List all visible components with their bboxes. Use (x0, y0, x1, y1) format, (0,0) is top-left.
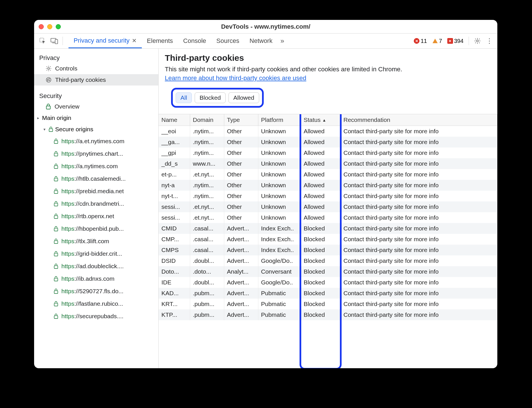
origin-item[interactable]: https://ib.adnxs.com (34, 272, 158, 285)
origin-item[interactable]: https://rtb.openx.net (34, 210, 158, 222)
close-window-button[interactable] (39, 24, 44, 29)
inspect-element-icon[interactable] (39, 38, 46, 44)
table-row[interactable]: CMID.casal...Advert...Index Exch..Blocke… (159, 223, 497, 234)
table-row[interactable]: KAD....pubm...Advert...PubmaticBlockedCo… (159, 288, 497, 299)
cell-type: Advert... (224, 309, 258, 320)
device-toggle-icon[interactable] (51, 38, 58, 44)
minimize-window-button[interactable] (47, 24, 52, 29)
settings-icon[interactable] (474, 38, 481, 44)
origin-item[interactable]: https://securepubads.... (34, 310, 158, 322)
col-header-name[interactable]: Name (159, 114, 190, 126)
table-row[interactable]: nyt-t....nytim...OtherUnknownAllowedCont… (159, 191, 497, 201)
cell-type: Advert... (224, 234, 258, 245)
origin-item[interactable]: https://a.et.nytimes.com (34, 135, 158, 147)
table-row[interactable]: _dd_swww.n...OtherUnknownAllowedContact … (159, 158, 497, 169)
cell-name: KAD... (159, 288, 190, 299)
svg-rect-13 (54, 141, 58, 143)
table-row[interactable]: CMP....casal...Advert...Index Exch..Bloc… (159, 234, 497, 245)
origin-host: ://grid-bidder.crit... (74, 250, 122, 257)
table-row[interactable]: DSID.doubl...Advert...Google/Do..Blocked… (159, 255, 497, 266)
table-row[interactable]: Doto....doto...Analyt...ConversantBlocke… (159, 266, 497, 277)
origin-item[interactable]: https://tlx.3lift.com (34, 235, 158, 247)
tab-console[interactable]: Console (178, 34, 211, 48)
origin-item[interactable]: https://ad.doubleclick.... (34, 260, 158, 272)
origin-host: ://fastlane.rubico... (74, 300, 123, 307)
svg-rect-12 (49, 129, 53, 132)
cell-type: Other (224, 137, 258, 147)
origin-item[interactable]: https://cdn.brandmetri... (34, 197, 158, 210)
sidebar-item-overview[interactable]: Overview (34, 101, 158, 112)
table-row[interactable]: CMPS.casal...Advert...Index Exch..Blocke… (159, 245, 497, 255)
svg-rect-26 (54, 303, 58, 306)
origin-item[interactable]: https://a.nytimes.com (34, 160, 158, 172)
violations-badge[interactable]: ✕ 394 (447, 38, 464, 44)
origin-item[interactable]: https://5290727.fls.do... (34, 285, 158, 297)
errors-count: 11 (421, 38, 427, 44)
origin-item[interactable]: https://pnytimes.chart... (34, 147, 158, 160)
lock-icon (53, 226, 59, 232)
lock-icon (48, 126, 53, 132)
filter-chip-blocked[interactable]: Blocked (195, 92, 226, 103)
close-tab-icon[interactable]: ✕ (132, 37, 137, 44)
cell-type: Advert... (224, 299, 258, 309)
sidebar-item-controls[interactable]: Controls (34, 63, 158, 74)
cell-type: Advert... (224, 223, 258, 234)
origin-item[interactable]: https://prebid.media.net (34, 185, 158, 197)
lock-icon (53, 288, 59, 294)
cell-name: CMID (159, 223, 190, 234)
col-header-platform[interactable]: Platform (258, 114, 301, 126)
svg-rect-14 (54, 153, 58, 156)
table-row[interactable]: sessi....et.nyt...OtherUnknownAllowedCon… (159, 212, 497, 223)
cell-status: Blocked (301, 234, 340, 245)
zoom-window-button[interactable] (56, 24, 61, 29)
cell-type: Other (224, 147, 258, 158)
tab-elements[interactable]: Elements (142, 34, 178, 48)
cell-reco: Contact third-party site for more info (340, 223, 497, 234)
origin-item[interactable]: https://fastlane.rubico... (34, 297, 158, 310)
tab-network[interactable]: Network (244, 34, 278, 48)
filter-chip-all[interactable]: All (176, 92, 192, 103)
learn-more-link[interactable]: Learn more about how third-party cookies… (165, 74, 306, 82)
origin-scheme: https (61, 288, 74, 294)
table-row[interactable]: nyt-a.nytim...OtherUnknownAllowedContact… (159, 180, 497, 191)
cell-platform: Unknown (258, 147, 301, 158)
cell-domain: .pubm... (190, 309, 224, 320)
filter-chip-allowed[interactable]: Allowed (228, 92, 259, 103)
tree-secure-origins[interactable]: ▾ Secure origins (34, 124, 158, 135)
origin-item[interactable]: https://hbopenbid.pub... (34, 222, 158, 235)
tab-sources[interactable]: Sources (211, 34, 244, 48)
more-tabs-button[interactable]: » (278, 34, 287, 48)
table-row[interactable]: KTP....pubm...Advert...PubmaticBlockedCo… (159, 309, 497, 320)
table-row[interactable]: et-p....et.nyt...OtherUnknownAllowedCont… (159, 169, 497, 180)
cell-domain: .pubm... (190, 288, 224, 299)
cell-name: sessi... (159, 201, 190, 212)
table-row[interactable]: __gpi.nytim...OtherUnknownAllowedContact… (159, 147, 497, 158)
cell-name: CMP... (159, 234, 190, 245)
col-header-status[interactable]: Status ▲ (301, 114, 340, 126)
warnings-badge[interactable]: 7 (432, 38, 442, 44)
cell-status: Allowed (301, 158, 340, 169)
lock-icon (53, 176, 59, 182)
tab-privacy-security[interactable]: Privacy and security ✕ (68, 34, 142, 48)
sidebar-item-third-party-cookies[interactable]: Third-party cookies (34, 74, 158, 86)
table-row[interactable]: IDE.doubl...Advert...Google/Do..BlockedC… (159, 277, 497, 288)
cell-name: Doto... (159, 266, 190, 277)
warnings-count: 7 (439, 38, 442, 44)
more-options-icon[interactable]: ⋮ (486, 39, 493, 42)
errors-badge[interactable]: ✕ 11 (414, 38, 427, 44)
tree-main-origin[interactable]: ▸ Main origin (34, 112, 158, 124)
col-header-recommendation[interactable]: Recommendation (340, 114, 497, 126)
origin-scheme: https (61, 163, 74, 169)
origin-item[interactable]: https://htlb.casalemedi... (34, 172, 158, 185)
svg-rect-23 (54, 266, 58, 268)
col-header-type[interactable]: Type (224, 114, 258, 126)
col-header-domain[interactable]: Domain (190, 114, 224, 126)
cell-type: Advert... (224, 277, 258, 288)
table-row[interactable]: KRT....pubm...Advert...PubmaticBlockedCo… (159, 299, 497, 309)
table-row[interactable]: __eoi.nytim...OtherUnknownAllowedContact… (159, 126, 497, 137)
origin-item[interactable]: https://grid-bidder.crit... (34, 247, 158, 260)
lock-icon (53, 276, 59, 282)
table-row[interactable]: sessi....et.nyt...OtherUnknownAllowedCon… (159, 201, 497, 212)
cell-platform: Google/Do.. (258, 277, 301, 288)
table-row[interactable]: __ga....nytim...OtherUnknownAllowedConta… (159, 137, 497, 147)
